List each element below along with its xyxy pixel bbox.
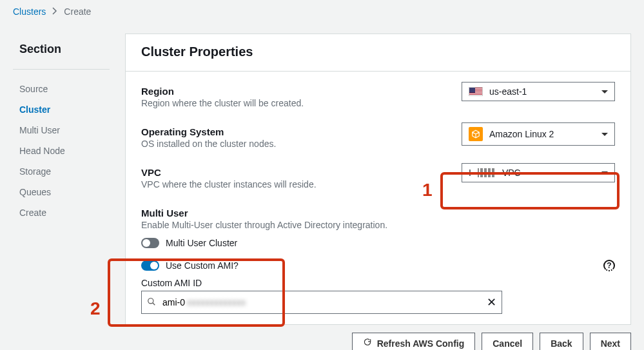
clear-icon[interactable]: ✕: [487, 295, 496, 309]
search-icon: [147, 297, 156, 308]
wizard-footer: Refresh AWS Config Cancel Back Next: [0, 325, 644, 350]
panel-cluster-properties: Cluster Properties Region Region where t…: [125, 34, 631, 325]
breadcrumb: Clusters Create: [0, 0, 644, 23]
svg-line-1: [153, 302, 155, 305]
os-label: Operating System: [141, 126, 276, 137]
breadcrumb-current: Create: [64, 6, 91, 17]
chevron-down-icon: [601, 171, 608, 175]
refresh-icon: [363, 338, 372, 349]
custom-ami-id-label: Custom AMI ID: [126, 278, 630, 288]
chevron-down-icon: [601, 133, 608, 136]
os-value: Amazon Linux 2: [489, 129, 595, 139]
refresh-label: Refresh AWS Config: [377, 338, 465, 349]
sidebar-title: Section: [13, 43, 110, 63]
vpc-value-suffix: VPC: [502, 168, 595, 178]
custom-ami-id-input-wrap: ✕ xxxxxxxxxxxxx: [141, 291, 502, 314]
custom-ami-toggle-label: Use Custom AMI?: [166, 260, 239, 271]
box-icon: [469, 127, 483, 141]
chevron-right-icon: [52, 6, 57, 17]
multiuser-label: Multi User: [141, 208, 615, 219]
sidebar-item-cluster[interactable]: Cluster: [13, 99, 110, 120]
svg-point-0: [148, 298, 153, 303]
region-desc: Region where the cluster will be created…: [141, 98, 304, 108]
cancel-button[interactable]: Cancel: [482, 333, 533, 350]
sidebar-item-queues[interactable]: Queues: [13, 182, 110, 202]
back-button[interactable]: Back: [540, 333, 583, 350]
custom-ami-id-input[interactable]: [161, 297, 482, 308]
os-desc: OS installed on the cluster nodes.: [141, 139, 276, 149]
custom-ami-toggle[interactable]: [141, 260, 159, 271]
next-button[interactable]: Next: [590, 333, 631, 350]
sidebar-item-create[interactable]: Create: [13, 202, 110, 223]
flag-us-icon: [469, 87, 483, 96]
region-value: us-east-1: [489, 86, 595, 97]
breadcrumb-root[interactable]: Clusters: [13, 6, 46, 17]
page-title: Cluster Properties: [141, 44, 615, 59]
vpc-label: VPC: [141, 167, 317, 178]
multiuser-toggle[interactable]: [141, 238, 159, 248]
chevron-down-icon: [601, 90, 608, 93]
vpc-value-prefix: I: [469, 168, 471, 178]
sidebar-item-source[interactable]: Source: [13, 79, 110, 99]
multiuser-toggle-label: Multi User Cluster: [166, 238, 237, 248]
region-label: Region: [141, 86, 304, 97]
refresh-aws-config-button[interactable]: Refresh AWS Config: [352, 333, 476, 350]
os-select[interactable]: Amazon Linux 2: [462, 122, 615, 146]
vpc-desc: VPC where the cluster instances will res…: [141, 179, 317, 190]
sidebar-item-multiuser[interactable]: Multi User: [13, 120, 110, 141]
region-select[interactable]: us-east-1: [462, 82, 615, 101]
vpc-obscured-icon: [478, 168, 496, 177]
help-icon[interactable]: ?: [603, 260, 615, 271]
vpc-select[interactable]: I VPC: [462, 163, 615, 182]
sidebar-item-storage[interactable]: Storage: [13, 161, 110, 182]
sidebar-item-headnode[interactable]: Head Node: [13, 141, 110, 161]
multiuser-desc: Enable Multi-User cluster through Active…: [141, 220, 615, 230]
annotation-num-2: 2: [90, 298, 101, 319]
wizard-sidebar: Section Source Cluster Multi User Head N…: [13, 23, 110, 223]
